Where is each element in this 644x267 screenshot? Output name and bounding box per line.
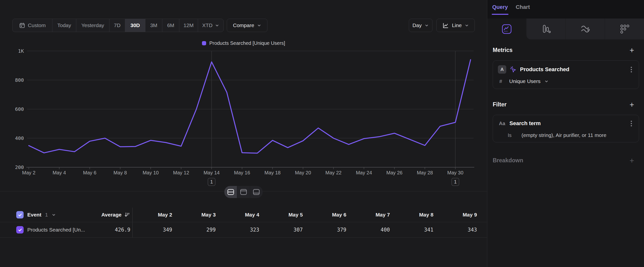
granularity-label: Day: [412, 23, 422, 28]
date-column-header[interactable]: May 2: [132, 212, 176, 218]
chevron-down-icon: [257, 24, 261, 28]
calendar-icon: [19, 22, 25, 29]
chevron-down-icon: [424, 24, 429, 28]
range-30d-button[interactable]: 30D: [125, 19, 146, 32]
average-value-cell: 426.9: [86, 227, 132, 233]
add-metric-button[interactable]: +: [630, 48, 634, 53]
svg-text:May 30: May 30: [447, 170, 464, 175]
add-breakdown-button[interactable]: +: [630, 158, 634, 163]
chart-only-view-button[interactable]: [237, 186, 250, 198]
date-value-cell: 349: [132, 227, 176, 233]
chart-only-view-icon: [240, 189, 247, 195]
retention-icon: [619, 24, 630, 35]
add-filter-button[interactable]: +: [630, 102, 634, 107]
filter-operator[interactable]: Is: [499, 133, 518, 138]
range-7d-button[interactable]: 7D: [110, 19, 125, 32]
range-today-button[interactable]: Today: [52, 19, 76, 32]
filter-card[interactable]: Aa Search term Is (empty string), Air pu…: [493, 115, 639, 142]
y-axis-labels: 2004006008001K: [15, 48, 24, 170]
range-custom-button[interactable]: Custom: [12, 19, 52, 32]
date-values-row: 349299323307379400341343: [132, 222, 481, 237]
tab-chart-label: Chart: [516, 4, 530, 10]
date-column-header[interactable]: May 3: [176, 212, 220, 218]
svg-text:May 4: May 4: [53, 170, 66, 175]
range-3m-button[interactable]: 3M: [146, 19, 162, 32]
range-12m-button[interactable]: 12M: [179, 19, 198, 32]
measure-selector[interactable]: Unique Users: [509, 78, 540, 84]
insights-icon: [501, 24, 512, 35]
tab-query[interactable]: Query: [492, 4, 508, 15]
query-panel-body: Metrics + A Products Searched # Unique U…: [487, 39, 644, 164]
range-6m-button[interactable]: 6M: [162, 19, 179, 32]
metrics-heading: Metrics: [493, 47, 513, 54]
svg-text:1K: 1K: [18, 48, 24, 54]
date-column-header[interactable]: May 9: [437, 212, 481, 218]
chart-type-button[interactable]: Line: [436, 19, 475, 32]
chevron-down-icon: [544, 79, 548, 84]
annotation-badge: 1: [208, 178, 215, 186]
date-column-header[interactable]: May 8: [394, 212, 437, 218]
table-row[interactable]: Products Searched [Un... 426.9 349299323…: [0, 222, 487, 238]
date-column-header[interactable]: May 7: [350, 212, 394, 218]
sort-descending-icon: [124, 212, 130, 218]
svg-text:May 22: May 22: [326, 170, 342, 175]
table-only-view-icon: [253, 189, 260, 195]
svg-text:May 10: May 10: [143, 170, 159, 175]
svg-text:May 12: May 12: [173, 170, 190, 175]
svg-text:1: 1: [454, 179, 457, 184]
query-panel: Query Chart Metrics + A: [487, 0, 644, 267]
split-view-button[interactable]: [224, 186, 237, 198]
line-chart[interactable]: May 2May 4May 6May 8May 10May 12May 14Ma…: [0, 35, 487, 197]
tab-query-label: Query: [492, 4, 508, 10]
report-tab-flows[interactable]: [566, 19, 605, 39]
svg-text:400: 400: [15, 135, 24, 141]
report-type-tabs: [487, 19, 644, 39]
metric-card[interactable]: A Products Searched # Unique Users: [493, 60, 639, 89]
filter-value[interactable]: (empty string), Air purifier, or 11 more: [522, 132, 606, 138]
date-value-cell: 323: [220, 227, 263, 233]
date-value-cell: 379: [307, 227, 350, 233]
table-header-row: Event 1 Average May 2May 3May 4May 5May …: [0, 208, 487, 222]
check-icon: [18, 228, 22, 232]
report-tab-retention[interactable]: [605, 19, 644, 39]
date-value-cell: 341: [394, 227, 437, 233]
svg-text:May 24: May 24: [356, 170, 372, 175]
chart-type-label: Line: [452, 23, 462, 28]
svg-text:May 26: May 26: [386, 170, 403, 175]
event-column-label: Event: [27, 212, 41, 218]
tab-chart[interactable]: Chart: [516, 4, 530, 15]
split-view-icon: [227, 189, 234, 195]
filter-section-header: Filter +: [493, 101, 644, 108]
kebab-menu-icon[interactable]: [631, 123, 632, 124]
average-value: 426.9: [115, 227, 130, 233]
report-tab-insights[interactable]: [487, 19, 526, 39]
svg-text:200: 200: [15, 164, 24, 170]
svg-text:May 20: May 20: [295, 170, 311, 175]
range-xtd-button[interactable]: XTD: [198, 19, 223, 32]
table-only-view-button[interactable]: [250, 186, 263, 198]
date-column-header[interactable]: May 5: [263, 212, 307, 218]
main-area: CustomTodayYesterday7D30D3M6M12MXTD Comp…: [0, 0, 487, 267]
svg-text:May 28: May 28: [417, 170, 433, 175]
chevron-down-icon[interactable]: [52, 213, 56, 217]
series-name-cell: Products Searched [Un...: [0, 226, 86, 233]
granularity-button[interactable]: Day: [409, 19, 432, 32]
average-header-cell[interactable]: Average: [86, 212, 132, 218]
date-value-cell: 307: [263, 227, 307, 233]
view-layout-toggle: [224, 186, 263, 198]
report-tab-funnels[interactable]: [526, 19, 566, 39]
date-range-segmented-control: CustomTodayYesterday7D30D3M6M12MXTD: [12, 19, 224, 32]
data-table: Event 1 Average May 2May 3May 4May 5May …: [0, 208, 487, 238]
compare-button[interactable]: Compare: [227, 19, 268, 32]
date-column-header[interactable]: May 4: [220, 212, 263, 218]
svg-text:May 16: May 16: [234, 170, 250, 175]
date-columns-header: May 2May 3May 4May 5May 6May 7May 8May 9: [132, 208, 481, 222]
select-all-checkbox[interactable]: [16, 211, 24, 218]
svg-text:May 2: May 2: [22, 170, 36, 175]
annotation-badge: 1: [452, 178, 459, 186]
kebab-menu-icon[interactable]: [631, 69, 632, 70]
date-column-header[interactable]: May 6: [307, 212, 350, 218]
range-yesterday-button[interactable]: Yesterday: [76, 19, 110, 32]
metrics-section-header: Metrics +: [493, 47, 644, 54]
series-checkbox[interactable]: [16, 226, 24, 233]
